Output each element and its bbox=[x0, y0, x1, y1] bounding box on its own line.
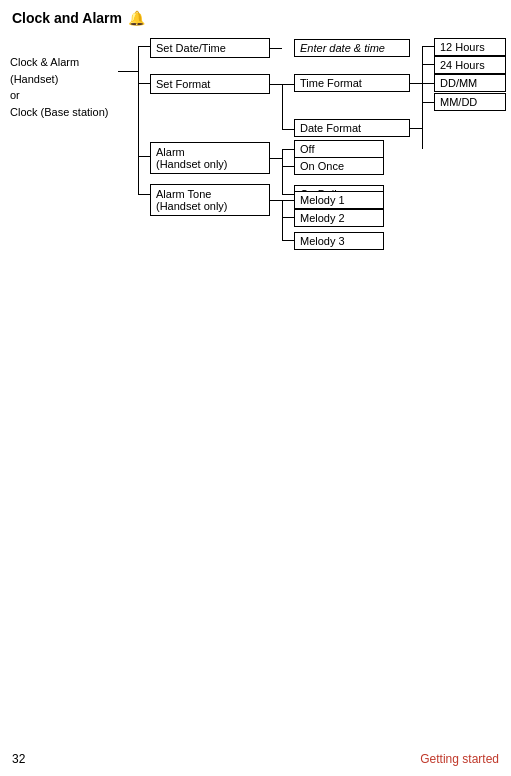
hline-format-to-branch bbox=[270, 84, 282, 85]
set-format-label: Set Format bbox=[156, 78, 210, 90]
date-format-label: Date Format bbox=[300, 122, 361, 134]
hline-to-alarm bbox=[138, 156, 150, 157]
time-format-label: Time Format bbox=[300, 77, 362, 89]
12-hours-label: 12 Hours bbox=[440, 41, 485, 53]
box-dd-mm: DD/MM bbox=[434, 74, 506, 92]
hline-to-date-format bbox=[282, 129, 294, 130]
hline-to-ddmm bbox=[422, 83, 434, 84]
24-hours-label: 24 Hours bbox=[440, 59, 485, 71]
off-label: Off bbox=[300, 143, 314, 155]
hline-to-alarm-tone bbox=[138, 194, 150, 195]
melody-1-label: Melody 1 bbox=[300, 194, 345, 206]
hline-tone-to-branch bbox=[270, 200, 282, 201]
hline-to-melody3 bbox=[282, 240, 294, 241]
box-time-format: Time Format bbox=[294, 74, 410, 92]
box-12-hours: 12 Hours bbox=[434, 38, 506, 56]
hline-to-melody2 bbox=[282, 217, 294, 218]
title-text: Clock and Alarm bbox=[12, 10, 122, 26]
box-melody-1: Melody 1 bbox=[294, 191, 384, 209]
hline-time-to-branch bbox=[410, 83, 422, 84]
alarm-label: Alarm(Handset only) bbox=[156, 146, 228, 170]
page-number: 32 bbox=[12, 752, 25, 766]
box-set-format: Set Format bbox=[150, 74, 270, 94]
box-melody-3: Melody 3 bbox=[294, 232, 384, 250]
box-enter-date-time: Enter date & time bbox=[294, 39, 410, 57]
box-melody-2: Melody 2 bbox=[294, 209, 384, 227]
hline-to-melody1 bbox=[282, 200, 294, 201]
left-label-line-1: Clock & Alarm bbox=[10, 54, 120, 71]
box-alarm-tone: Alarm Tone(Handset only) bbox=[150, 184, 270, 216]
box-alarm: Alarm(Handset only) bbox=[150, 142, 270, 174]
page-title: Clock and Alarm 🔔 bbox=[0, 0, 511, 32]
hline-to-on-daily bbox=[282, 194, 294, 195]
mm-dd-label: MM/DD bbox=[440, 96, 477, 108]
box-mm-dd: MM/DD bbox=[434, 93, 506, 111]
melody-2-label: Melody 2 bbox=[300, 212, 345, 224]
hline-to-set-format bbox=[138, 83, 150, 84]
box-date-format: Date Format bbox=[294, 119, 410, 137]
hline-date-to-enter bbox=[270, 48, 282, 49]
left-label-block: Clock & Alarm (Handset) or Clock (Base s… bbox=[10, 54, 120, 120]
hline-to-on-once bbox=[282, 166, 294, 167]
hline-alarm-to-branch bbox=[270, 158, 282, 159]
box-on-once: On Once bbox=[294, 157, 384, 175]
hline-to-12h bbox=[422, 46, 434, 47]
footer: 32 Getting started bbox=[0, 752, 511, 766]
hline-to-24h bbox=[422, 64, 434, 65]
line-left-to-branch bbox=[118, 71, 138, 72]
box-set-date-time: Set Date/Time bbox=[150, 38, 270, 58]
enter-date-time-label: Enter date & time bbox=[300, 42, 385, 54]
left-label-line-2: (Handset) bbox=[10, 71, 120, 88]
alarm-icon: 🔔 bbox=[128, 10, 145, 26]
left-label-line-4: Clock (Base station) bbox=[10, 104, 120, 121]
vline-col1 bbox=[138, 46, 139, 194]
hline-to-mmdd bbox=[422, 102, 434, 103]
dd-mm-label: DD/MM bbox=[440, 77, 477, 89]
melody-3-label: Melody 3 bbox=[300, 235, 345, 247]
alarm-tone-label: Alarm Tone(Handset only) bbox=[156, 188, 228, 212]
left-label-line-3: or bbox=[10, 87, 120, 104]
section-label: Getting started bbox=[420, 752, 499, 766]
vline-col2-alarm bbox=[282, 149, 283, 194]
hline-date-to-branch bbox=[410, 128, 422, 129]
set-date-time-label: Set Date/Time bbox=[156, 42, 226, 54]
hline-to-time-format bbox=[282, 84, 294, 85]
box-24-hours: 24 Hours bbox=[434, 56, 506, 74]
diagram-area: Clock & Alarm (Handset) or Clock (Base s… bbox=[10, 36, 500, 256]
box-off: Off bbox=[294, 140, 384, 158]
on-once-label: On Once bbox=[300, 160, 344, 172]
vline-col2-tone bbox=[282, 200, 283, 240]
vline-col2-format bbox=[282, 84, 283, 129]
hline-to-off bbox=[282, 149, 294, 150]
hline-to-set-date bbox=[138, 46, 150, 47]
vline-col3-date bbox=[422, 83, 423, 149]
